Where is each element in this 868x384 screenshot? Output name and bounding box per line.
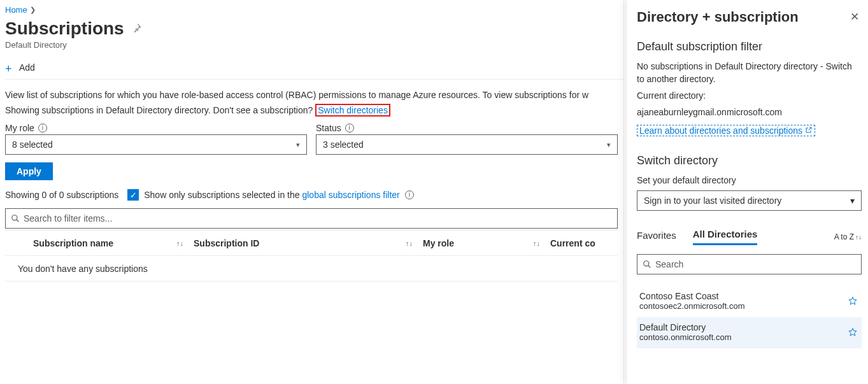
apply-button[interactable]: Apply [5,162,53,180]
description-line-2: Showing subscriptions in Default Directo… [5,104,623,117]
chevron-down-icon: ▾ [296,141,300,149]
filter-status: Status i 3 selected ▾ [316,123,618,155]
filter-section-text: No subscriptions in Default Directory di… [637,60,862,85]
col-subscription-name[interactable]: Subscription name↑↓ [5,238,190,248]
info-icon[interactable]: i [38,124,47,132]
pin-icon[interactable] [132,23,142,35]
panel-title: Directory + subscription [637,9,799,25]
svg-line-1 [17,220,19,222]
tab-favorites[interactable]: Favorites [637,230,676,245]
directory-domain: contosoec2.onmicrosoft.com [639,301,858,311]
learn-link-box[interactable]: Learn about directories and subscription… [637,125,815,136]
search-icon [643,260,651,269]
info-icon[interactable]: i [405,190,414,199]
dir-select-value: Sign in to your last visited directory [644,196,781,206]
directory-subscription-panel: Directory + subscription ✕ Default subsc… [626,0,868,384]
sort-icon: ↑↓ [406,239,419,247]
directory-item[interactable]: Contoso East Coast contosoec2.onmicrosof… [637,286,862,317]
close-icon[interactable]: ✕ [848,9,862,25]
switch-section-head: Switch directory [637,154,862,167]
status-label-text: Status [316,123,341,133]
search-input[interactable]: Search to filter items... [5,208,618,229]
search-icon [11,214,20,223]
directory-list: Contoso East Coast contosoec2.onmicrosof… [637,286,862,348]
sort-arrows-icon: ↑↓ [855,234,862,241]
role-label-text: My role [5,123,34,133]
chevron-down-icon: ▾ [607,141,611,149]
switch-directories-link[interactable]: Switch directories [315,104,390,117]
col-current-cost[interactable]: Current co [546,238,618,248]
main-content: Home ❯ Subscriptions Default Directory A… [0,0,624,384]
status-select-value: 3 selected [323,139,364,150]
col-subscription-id[interactable]: Subscription ID↑↓ [190,238,419,248]
subscriptions-table: Subscription name↑↓ Subscription ID↑↓ My… [5,230,618,281]
search-placeholder: Search to filter items... [24,213,112,224]
info-icon[interactable]: i [345,124,354,132]
default-directory-select[interactable]: Sign in to your last visited directory ▾ [637,190,862,211]
star-icon[interactable] [848,327,858,339]
svg-point-2 [644,261,649,266]
col-my-role[interactable]: My role↑↓ [419,238,546,248]
directory-search-placeholder: Search [655,259,683,269]
set-default-label: Set your default directory [637,174,862,187]
show-only-prefix: Show only subscriptions selected in the [144,190,302,200]
tab-all-directories[interactable]: All Directories [693,229,758,245]
star-icon[interactable] [848,295,858,308]
learn-link[interactable]: Learn about directories and subscription… [639,125,802,136]
role-select-value: 8 selected [12,139,53,150]
filter-status-label: Status i [316,123,618,133]
directory-name: Default Directory [639,322,858,332]
filter-section-head: Default subscription filter [637,40,862,53]
plus-icon [5,63,14,72]
show-only-checkbox[interactable]: ✓ [127,189,139,201]
sort-icon: ↑↓ [176,239,190,247]
title-row: Subscriptions [5,18,623,39]
directory-name: Contoso East Coast [639,291,858,301]
breadcrumb: Home ❯ [5,5,623,15]
panel-header: Directory + subscription ✕ [637,9,862,25]
current-dir-value: ajaneaburnleygmail.onmicrosoft.com [637,106,862,118]
chevron-right-icon: ❯ [30,6,36,14]
page-title: Subscriptions [5,18,124,39]
directory-domain: contoso.onmicrosoft.com [639,332,858,342]
empty-row: You don't have any subscriptions [5,256,618,281]
showing-row: Showing 0 of 0 subscriptions ✓ Show only… [5,189,623,201]
table-header: Subscription name↑↓ Subscription ID↑↓ My… [5,231,618,256]
breadcrumb-home[interactable]: Home [5,5,27,15]
svg-point-0 [12,215,17,220]
svg-line-3 [648,266,651,268]
sort-icon: ↑↓ [533,239,546,247]
page-subtitle: Default Directory [5,40,623,50]
show-only-label: Show only subscriptions selected in the … [144,190,400,200]
showing-count: Showing 0 of 0 subscriptions [5,190,118,200]
status-select[interactable]: 3 selected ▾ [316,134,618,155]
description-line-1: View list of subscriptions for which you… [5,89,623,101]
sort-a-to-z[interactable]: A to Z ↑↓ [834,232,862,241]
role-select[interactable]: 8 selected ▾ [5,134,307,155]
global-filter-link[interactable]: global subscriptions filter [302,190,399,200]
external-link-icon [805,125,813,136]
filters-row: My role i 8 selected ▾ Status i 3 select… [5,123,618,155]
directory-item[interactable]: Default Directory contoso.onmicrosoft.co… [637,317,862,348]
filter-role-label: My role i [5,123,307,133]
chevron-down-icon: ▾ [850,196,855,206]
filter-role: My role i 8 selected ▾ [5,123,307,155]
add-button[interactable]: Add [19,62,35,73]
command-bar: Add [5,59,623,80]
directory-tabs: Favorites All Directories A to Z ↑↓ [637,229,862,245]
directory-search-input[interactable]: Search [637,254,862,274]
description-prefix: Showing subscriptions in Default Directo… [5,105,315,115]
current-dir-label: Current directory: [637,89,862,102]
